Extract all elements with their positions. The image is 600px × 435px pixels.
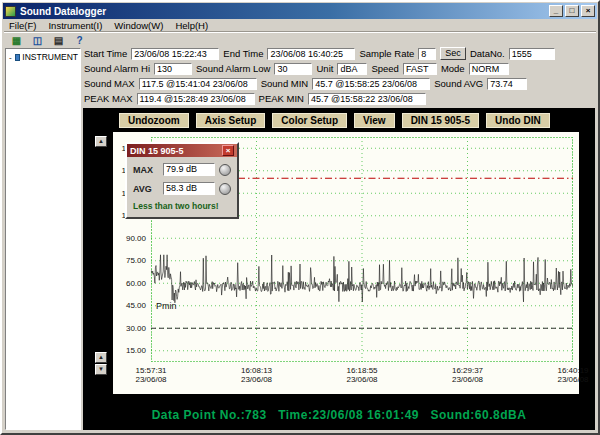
toolbar: ▦ ◫ ▤ ? [4,32,596,47]
app-icon [5,6,16,17]
din-button[interactable]: DIN 15 905-5 [402,113,479,128]
alarm-low-label: Sound Alarm Low [196,63,270,74]
peak-max-label: PEAK MAX [84,93,133,104]
sound-avg-label: Sound AVG [434,78,483,89]
status-readout: Data Point No.:783 Time:23/06/08 16:01:4… [83,408,595,422]
peak-min-label: PEAK MIN [259,93,304,104]
tree-item-instrument[interactable]: - INSTRUMENT [8,52,78,62]
undo-din-button[interactable]: Undo DIN [486,113,550,128]
din-avg-field: 58.3 dB [163,182,215,195]
title-bar: Sound Datalogger _ □ × [3,3,597,19]
speed-field: FAST [403,63,437,75]
info-row-sound: Sound MAX 117.5 @15:41:04 23/06/08 Sound… [84,77,595,90]
din-dialog-body: MAX 79.9 dB AVG 58.3 dB Less than two ho… [127,157,237,217]
din-dialog-titlebar[interactable]: DIN 15 905-5 × [127,144,237,157]
y-tick-label: 60.00 [113,272,149,295]
din-note: Less than two hours! [133,201,232,211]
svg-text:Pmin: Pmin [156,301,177,311]
x-tick-label: 16:08:1323/06/08 [241,366,272,384]
print-icon[interactable]: ▤ [50,34,67,47]
sound-max-label: Sound MAX [84,78,135,89]
sec-button[interactable]: Sec [440,47,466,60]
menu-help[interactable]: Help(H) [175,20,208,31]
din-avg-label: AVG [133,184,159,194]
y-tick-label: 15.00 [113,340,149,363]
din-dialog-title: DIN 15 905-5 [130,146,222,156]
maximize-icon[interactable]: □ [565,5,579,17]
alarm-hi-label: Sound Alarm Hi [84,63,150,74]
menu-instrument[interactable]: Instrument(I) [48,20,102,31]
datalog-icon[interactable]: ▦ [8,34,25,47]
x-tick-label: 16:40:1923/06/08 [557,366,588,384]
chart-button-row: Undozoom Axis Setup Color Setup View DIN… [119,113,550,128]
avg-knob-icon [219,183,231,195]
window-title: Sound Datalogger [20,6,547,17]
axis-scroll-down-icon[interactable]: ▼ [95,364,107,375]
export-icon[interactable]: ◫ [29,34,46,47]
info-row-peak: PEAK MAX 119.4 @15:28:49 23/06/08 PEAK M… [84,92,595,105]
alarm-low-field: 30 [274,63,312,75]
unit-field: dBA [337,63,367,75]
collapse-icon[interactable]: - [8,53,13,62]
tree-item-label: INSTRUMENT [22,52,78,62]
view-button[interactable]: View [354,113,395,128]
menu-file[interactable]: File(F) [9,20,36,31]
din-max-label: MAX [133,165,159,175]
datano-field: 1555 [509,48,555,60]
minimize-icon[interactable]: _ [549,5,563,17]
speed-label: Speed [371,63,398,74]
peak-max-field: 119.4 @15:28:49 23/06/08 [137,93,255,105]
undozoom-button[interactable]: Undozoom [119,113,189,128]
x-tick-label: 16:18:5523/06/08 [346,366,377,384]
sample-rate-field: 8 [418,48,436,60]
din-max-row: MAX 79.9 dB [133,163,232,176]
y-tick-label: 45.00 [113,295,149,318]
alarm-hi-field: 130 [154,63,192,75]
sound-min-label: Sound MIN [261,78,309,89]
axis-scroll-up2-icon[interactable]: ▲ [95,352,107,363]
info-row-times: Start Time 23/06/08 15:22:43 End Time 23… [84,47,595,60]
max-knob-icon [219,164,231,176]
mode-field: NORM [469,63,509,75]
datano-label: DataNo. [470,48,505,59]
info-row-alarms: Sound Alarm Hi 130 Sound Alarm Low 30 Un… [84,62,595,75]
close-icon[interactable]: × [581,5,595,17]
info-panel: Start Time 23/06/08 15:22:43 End Time 23… [84,47,595,107]
din-max-field: 79.9 dB [163,163,215,176]
din-avg-row: AVG 58.3 dB [133,182,232,195]
din-close-icon[interactable]: × [222,145,234,156]
sound-max-field: 117.5 @15:41:04 23/06/08 [139,78,257,90]
instrument-tree: - INSTRUMENT [5,48,81,430]
menu-bar: File(F) Instrument(I) Window(W) Help(H) [4,19,596,32]
instrument-icon [15,54,20,61]
menu-window[interactable]: Window(W) [114,20,163,31]
help-icon[interactable]: ? [71,34,88,47]
sample-rate-label: Sample Rate [359,48,414,59]
x-axis-labels: 15:57:3123/06/08 16:08:1323/06/08 16:18:… [151,366,573,390]
y-tick-label: 75.00 [113,250,149,273]
x-tick-label: 15:57:3123/06/08 [135,366,166,384]
start-time-field: 23/06/08 15:22:43 [131,48,219,60]
y-tick-label: 30.00 [113,317,149,340]
chart-panel: Undozoom Axis Setup Color Setup View DIN… [83,108,595,430]
app-window: Sound Datalogger _ □ × File(F) Instrumen… [0,0,600,435]
axis-scroll-up-icon[interactable]: ▲ [95,136,107,147]
axis-setup-button[interactable]: Axis Setup [196,113,266,128]
peak-min-field: 45.7 @15:58:22 23/06/08 [308,93,426,105]
color-setup-button[interactable]: Color Setup [272,113,347,128]
start-time-label: Start Time [84,48,127,59]
y-tick-label: 90.00 [113,227,149,250]
din-dialog: DIN 15 905-5 × MAX 79.9 dB AVG 58.3 dB L… [125,142,239,219]
sound-avg-field: 73.74 [487,78,527,90]
sound-min-field: 45.7 @15:58:25 23/06/08 [312,78,430,90]
end-time-field: 23/06/08 16:40:25 [267,48,355,60]
mode-label: Mode [441,63,465,74]
end-time-label: End Time [223,48,263,59]
x-tick-label: 16:29:3723/06/08 [452,366,483,384]
unit-label: Unit [316,63,333,74]
